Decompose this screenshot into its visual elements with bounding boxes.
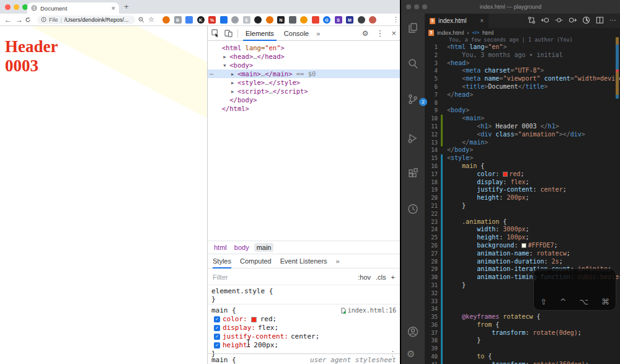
tab-styles[interactable]: Styles <box>213 254 231 269</box>
browser-tab[interactable]: Document × <box>27 2 119 14</box>
expand-arrow-icon[interactable]: ▼ <box>223 61 229 70</box>
extension-icon[interactable]: K <box>197 16 205 24</box>
breadcrumb-main[interactable]: main <box>254 243 274 252</box>
devtools-menu-icon[interactable]: ⋮ <box>376 29 384 38</box>
property-checkbox[interactable]: ✓ <box>214 316 220 322</box>
more-panel-tabs-icon[interactable]: » <box>336 257 340 265</box>
extension-icon[interactable] <box>369 16 376 24</box>
search-icon[interactable] <box>407 58 419 70</box>
extension-icon[interactable]: B <box>174 16 182 24</box>
property-checkbox[interactable]: ✓ <box>214 334 220 340</box>
css-property-row[interactable]: ✓color:red; <box>211 315 396 324</box>
expand-arrow-icon[interactable]: ▶ <box>231 79 237 87</box>
css-property-row[interactable]: ✓height:200px; <box>211 341 396 350</box>
expand-arrow-icon[interactable]: ▶ <box>231 87 237 96</box>
extension-icon[interactable]: G <box>323 16 330 24</box>
property-checkbox[interactable]: ✓ <box>214 325 220 331</box>
new-tab-button[interactable]: + <box>124 2 129 11</box>
settings-gear-icon[interactable]: ⚙ <box>362 29 369 38</box>
class-toggle[interactable]: .cls <box>376 273 386 281</box>
property-checkbox[interactable]: ✓ <box>214 342 220 348</box>
extension-icon[interactable]: M <box>346 16 353 24</box>
tab-event-listeners[interactable]: Event Listeners <box>280 254 327 269</box>
extension-icon[interactable] <box>220 16 228 24</box>
device-toolbar-icon[interactable] <box>224 29 232 37</box>
breadcrumb-symbol[interactable]: html <box>482 29 494 36</box>
extension-icon[interactable] <box>162 16 170 24</box>
account-icon[interactable] <box>407 326 419 338</box>
extension-icon[interactable] <box>266 16 273 24</box>
back-button[interactable]: ← <box>2 16 14 24</box>
tab-console[interactable]: Console <box>281 26 311 41</box>
pseudo-state-toggle[interactable]: :hov <box>358 273 371 281</box>
maximize-window-button[interactable] <box>422 4 427 9</box>
dom-node[interactable]: ▼<body> <box>208 61 400 69</box>
info-icon[interactable] <box>41 17 46 22</box>
dom-node[interactable]: </html> <box>208 104 400 113</box>
open-preview-icon[interactable] <box>582 16 590 24</box>
address-bar[interactable]: File | /Users/dendoink/Repos/... <box>37 16 135 24</box>
tab-index-html[interactable]: 5 index.html × <box>425 14 489 28</box>
settings-gear-icon[interactable]: ⚙ <box>407 348 415 360</box>
devtools-close-icon[interactable]: × <box>391 29 396 38</box>
extension-icon[interactable] <box>358 16 365 24</box>
color-swatch[interactable] <box>251 317 257 322</box>
compare-changes-icon[interactable] <box>528 16 536 24</box>
close-window-button[interactable] <box>406 4 411 9</box>
extensions-icon[interactable] <box>407 167 419 180</box>
extension-icon[interactable] <box>312 16 319 24</box>
breadcrumb-file[interactable]: index.html <box>437 29 464 36</box>
new-style-rule-button[interactable]: + <box>391 273 395 281</box>
extension-icon[interactable]: % <box>208 16 216 24</box>
extension-icon[interactable] <box>185 16 193 24</box>
inspect-element-icon[interactable] <box>211 29 219 37</box>
close-window-button[interactable] <box>5 4 11 10</box>
extension-icon[interactable]: $ <box>243 16 250 24</box>
extension-icon[interactable] <box>231 16 239 24</box>
timeline-extension-icon[interactable] <box>407 203 419 215</box>
zoom-icon[interactable] <box>138 17 144 23</box>
dom-node[interactable]: ▶<head>…</head> <box>208 52 400 61</box>
dom-node-selected[interactable]: ⋯ ▶<main>…</main> == $0 <box>208 69 400 78</box>
code-editor[interactable]: 1<html lang="en">2 You, 3 months ago • i… <box>425 43 620 364</box>
source-link[interactable]: index.html:16 <box>341 306 396 315</box>
extension-icon[interactable] <box>254 16 262 24</box>
dom-node[interactable]: </body> <box>208 95 400 104</box>
breadcrumb-html[interactable]: html <box>211 243 229 252</box>
source-control-icon[interactable]: 2 <box>407 93 419 105</box>
extension-icon[interactable] <box>300 16 308 24</box>
dom-node[interactable]: <html lang="en"> <box>208 43 400 52</box>
tab-close-icon[interactable]: × <box>480 17 484 24</box>
tab-elements[interactable]: Elements <box>243 26 277 41</box>
dom-node[interactable]: ▶<script>…</script> <box>208 87 400 95</box>
element-style-block[interactable]: element.style { } <box>208 286 400 304</box>
overview-ruler[interactable] <box>616 0 619 364</box>
codelens-annotation[interactable]: You, a few seconds ago | 1 author (You) <box>449 37 573 43</box>
expand-arrow-icon[interactable]: ▶ <box>223 53 229 61</box>
forward-button[interactable]: → <box>14 16 25 24</box>
navigate-back-icon[interactable] <box>541 16 549 24</box>
styles-filter-input[interactable] <box>213 273 353 281</box>
reload-button[interactable] <box>25 17 36 23</box>
run-debug-icon[interactable] <box>407 132 419 144</box>
bookmark-star-icon[interactable]: ☆ <box>148 16 154 24</box>
extension-icon[interactable]: S <box>335 16 342 24</box>
minimize-window-button[interactable] <box>14 4 19 10</box>
more-tabs-icon[interactable]: » <box>316 30 320 37</box>
navigate-forward-icon[interactable] <box>569 16 577 24</box>
breadcrumb-body[interactable]: body <box>232 243 252 252</box>
tab-computed[interactable]: Computed <box>240 254 272 269</box>
split-editor-icon[interactable] <box>596 16 604 24</box>
chrome-menu-icon[interactable]: ⋮ <box>392 16 399 24</box>
extension-icon[interactable]: N <box>277 16 285 24</box>
tab-close-icon[interactable]: × <box>112 4 115 12</box>
explorer-icon[interactable] <box>407 22 419 34</box>
minimize-window-button[interactable] <box>414 4 419 9</box>
expand-arrow-icon[interactable]: ▶ <box>231 70 237 79</box>
toggle-blame-icon[interactable] <box>555 16 563 24</box>
css-property-row[interactable]: ✓justify-content:center; <box>211 332 396 341</box>
rule-selector[interactable]: main { <box>211 306 236 315</box>
css-property-row[interactable]: ✓display:flex; <box>211 324 396 332</box>
extension-icon[interactable] <box>289 16 296 24</box>
dom-node[interactable]: ▶<style>…</style> <box>208 78 400 87</box>
